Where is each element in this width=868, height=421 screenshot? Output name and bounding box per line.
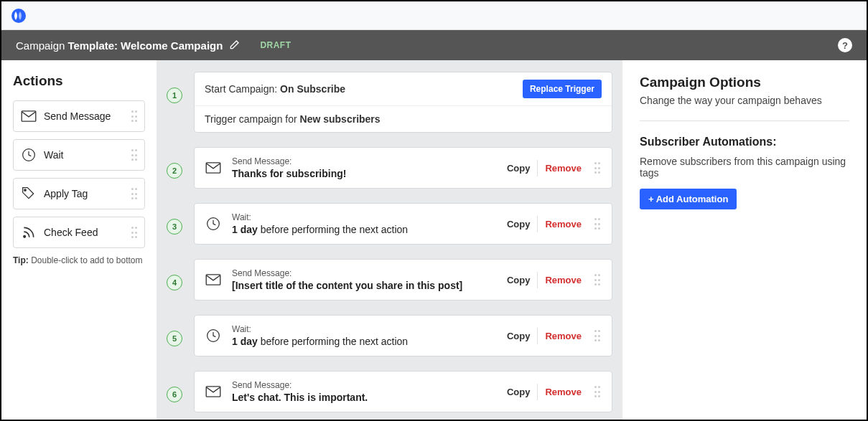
card-label: Send Message:: [232, 156, 500, 166]
step-number: 2: [167, 163, 182, 179]
tip-text: Tip: Double-click to add to bottom: [13, 255, 145, 265]
step-row: 2 Send Message: Thanks for subscribing! …: [167, 147, 612, 189]
actions-sidebar: Actions Send Message Wait Apply Tag: [1, 60, 157, 420]
help-icon[interactable]: ?: [838, 38, 852, 52]
step-number: 1: [167, 87, 182, 103]
automations-title: Subscriber Automations:: [640, 136, 849, 148]
message-card[interactable]: Send Message: Let's chat. This is import…: [194, 371, 612, 412]
remove-button[interactable]: Remove: [538, 328, 589, 344]
template-name: Welcome Campaign: [121, 39, 223, 52]
mail-icon: [205, 271, 222, 288]
drag-handle-icon[interactable]: [131, 110, 139, 122]
card-title: [Insert title of the content you share i…: [232, 280, 500, 291]
mail-icon: [205, 159, 222, 176]
edit-icon[interactable]: [228, 39, 240, 51]
clock-icon: [205, 327, 222, 344]
trigger-card[interactable]: Start Campaign: On Subscribe Replace Tri…: [194, 72, 612, 133]
action-check-feed[interactable]: Check Feed: [13, 217, 145, 248]
card-title: Thanks for subscribing!: [232, 168, 500, 179]
drag-handle-icon[interactable]: [594, 386, 602, 397]
clock-icon: [21, 147, 37, 163]
tag-icon: [21, 186, 37, 202]
campaign-label: Campaign: [16, 39, 65, 52]
step-row: 6 Send Message: Let's chat. This is impo…: [167, 371, 612, 412]
svg-point-4: [24, 236, 26, 238]
svg-rect-7: [206, 275, 220, 285]
campaign-bar: Campaign Template: Welcome Campaign DRAF…: [1, 30, 867, 60]
actions-title: Actions: [13, 73, 145, 89]
copy-button[interactable]: Copy: [500, 384, 538, 400]
status-badge: DRAFT: [260, 40, 291, 50]
step-number: 4: [167, 275, 182, 290]
message-card[interactable]: Send Message: [Insert title of the conte…: [194, 259, 612, 301]
action-wait[interactable]: Wait: [13, 139, 145, 171]
workflow-canvas: 1 Start Campaign: On Subscribe Replace T…: [157, 60, 622, 420]
action-send-message[interactable]: Send Message: [13, 100, 145, 132]
wait-card[interactable]: Wait: 1 day before performing the next a…: [194, 315, 612, 356]
copy-button[interactable]: Copy: [500, 272, 538, 288]
svg-point-3: [24, 189, 27, 191]
drag-handle-icon[interactable]: [594, 218, 602, 230]
content-area: Actions Send Message Wait Apply Tag: [1, 60, 867, 420]
drag-handle-icon[interactable]: [131, 227, 139, 238]
action-label: Wait: [44, 149, 63, 161]
action-label: Apply Tag: [44, 188, 88, 199]
drag-handle-icon[interactable]: [594, 162, 602, 174]
card-label: Wait:: [232, 212, 500, 222]
copy-button[interactable]: Copy: [500, 160, 538, 176]
options-title: Campaign Options: [640, 75, 849, 90]
brand-logo[interactable]: [10, 7, 27, 24]
mail-icon: [21, 108, 37, 124]
remove-button[interactable]: Remove: [538, 272, 589, 288]
copy-button[interactable]: Copy: [500, 328, 538, 344]
card-title: 1 day before performing the next action: [232, 224, 500, 235]
drag-handle-icon[interactable]: [594, 274, 602, 285]
card-label: Wait:: [232, 324, 500, 334]
copy-button[interactable]: Copy: [500, 216, 538, 232]
card-title: 1 day before performing the next action: [232, 336, 500, 347]
drag-handle-icon[interactable]: [131, 149, 139, 161]
options-sidebar: Campaign Options Change the way your cam…: [622, 60, 867, 420]
card-label: Send Message:: [232, 380, 500, 390]
step-row: 3 Wait: 1 day before performing the next…: [167, 203, 612, 245]
step-number: 5: [167, 331, 182, 346]
step-row: 5 Wait: 1 day before performing the next…: [167, 315, 612, 356]
rss-icon: [21, 224, 37, 240]
mail-icon: [205, 383, 222, 400]
action-apply-tag[interactable]: Apply Tag: [13, 178, 145, 209]
svg-rect-1: [22, 111, 36, 121]
card-label: Send Message:: [232, 268, 500, 278]
trigger-start-text: Start Campaign: On Subscribe: [205, 83, 345, 95]
options-subtitle: Change the way your campaign behaves: [640, 95, 849, 106]
svg-rect-9: [206, 387, 220, 397]
svg-rect-5: [206, 163, 220, 173]
step-number: 6: [167, 387, 182, 402]
action-label: Check Feed: [44, 227, 98, 238]
drag-handle-icon[interactable]: [131, 188, 139, 199]
remove-button[interactable]: Remove: [538, 384, 589, 400]
trigger-for-text: Trigger campaign for New subscribers: [195, 106, 612, 132]
replace-trigger-button[interactable]: Replace Trigger: [523, 80, 602, 98]
card-title: Let's chat. This is important.: [232, 392, 500, 403]
remove-button[interactable]: Remove: [538, 216, 589, 232]
action-label: Send Message: [44, 110, 111, 122]
step-number: 3: [167, 219, 182, 235]
divider: [640, 120, 849, 121]
wait-card[interactable]: Wait: 1 day before performing the next a…: [194, 203, 612, 245]
clock-icon: [205, 215, 222, 232]
add-automation-button[interactable]: + Add Automation: [640, 189, 737, 209]
template-prefix: Template:: [67, 39, 118, 52]
step-row: 1 Start Campaign: On Subscribe Replace T…: [167, 72, 612, 133]
automations-desc: Remove subscribers from this campaign us…: [640, 156, 849, 179]
remove-button[interactable]: Remove: [538, 160, 589, 176]
drag-handle-icon[interactable]: [594, 330, 602, 341]
step-row: 4 Send Message: [Insert title of the con…: [167, 259, 612, 301]
top-header: [1, 1, 867, 30]
message-card[interactable]: Send Message: Thanks for subscribing! Co…: [194, 147, 612, 189]
